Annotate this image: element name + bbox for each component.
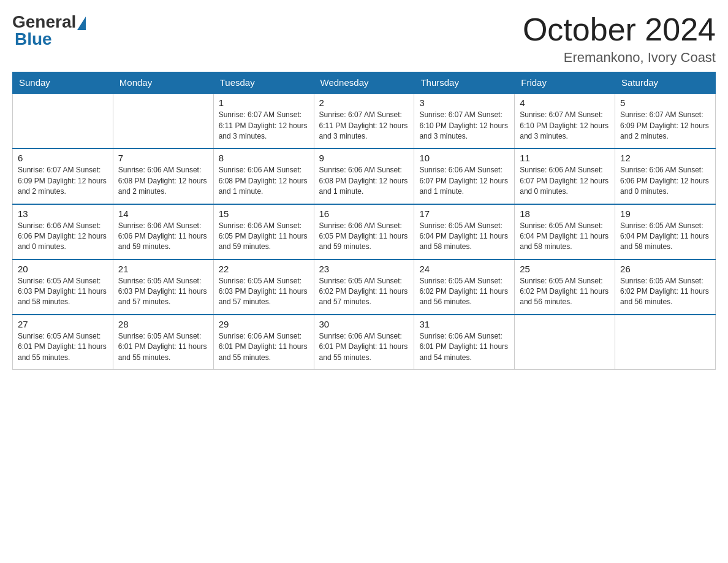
calendar-cell: 25Sunrise: 6:05 AM Sunset: 6:02 PM Dayli… — [515, 259, 615, 315]
calendar-cell: 6Sunrise: 6:07 AM Sunset: 6:09 PM Daylig… — [13, 148, 113, 204]
calendar-cell: 1Sunrise: 6:07 AM Sunset: 6:11 PM Daylig… — [213, 93, 314, 148]
day-number: 1 — [219, 98, 309, 108]
day-number: 4 — [520, 98, 610, 108]
day-number: 13 — [18, 209, 108, 219]
calendar-cell: 12Sunrise: 6:06 AM Sunset: 6:06 PM Dayli… — [615, 148, 716, 204]
calendar-cell: 7Sunrise: 6:06 AM Sunset: 6:08 PM Daylig… — [113, 148, 213, 204]
day-info: Sunrise: 6:07 AM Sunset: 6:11 PM Dayligh… — [319, 110, 409, 142]
day-number: 18 — [520, 209, 610, 219]
calendar-cell: 20Sunrise: 6:05 AM Sunset: 6:03 PM Dayli… — [13, 259, 113, 315]
day-number: 19 — [620, 209, 710, 219]
day-number: 25 — [520, 264, 610, 274]
calendar-cell: 21Sunrise: 6:05 AM Sunset: 6:03 PM Dayli… — [113, 259, 213, 315]
page-header: General Blue October 2024 Eremankono, Iv… — [12, 12, 716, 66]
calendar-cell: 16Sunrise: 6:06 AM Sunset: 6:05 PM Dayli… — [314, 204, 414, 259]
col-sunday: Sunday — [13, 72, 113, 94]
col-saturday: Saturday — [615, 72, 716, 94]
day-number: 11 — [520, 153, 610, 163]
calendar-cell: 4Sunrise: 6:07 AM Sunset: 6:10 PM Daylig… — [515, 93, 615, 148]
day-number: 2 — [319, 98, 409, 108]
day-number: 24 — [419, 264, 509, 274]
calendar-cell: 9Sunrise: 6:06 AM Sunset: 6:08 PM Daylig… — [314, 148, 414, 204]
day-number: 7 — [118, 153, 208, 163]
col-wednesday: Wednesday — [314, 72, 414, 94]
calendar-cell: 11Sunrise: 6:06 AM Sunset: 6:07 PM Dayli… — [515, 148, 615, 204]
day-number: 21 — [118, 264, 208, 274]
calendar-cell: 29Sunrise: 6:06 AM Sunset: 6:01 PM Dayli… — [213, 315, 314, 370]
day-info: Sunrise: 6:06 AM Sunset: 6:06 PM Dayligh… — [118, 221, 208, 253]
logo: General Blue — [12, 12, 86, 49]
day-info: Sunrise: 6:05 AM Sunset: 6:02 PM Dayligh… — [520, 276, 610, 308]
day-number: 27 — [18, 319, 108, 329]
calendar-cell: 14Sunrise: 6:06 AM Sunset: 6:06 PM Dayli… — [113, 204, 213, 259]
day-info: Sunrise: 6:06 AM Sunset: 6:05 PM Dayligh… — [319, 221, 409, 253]
calendar-cell: 19Sunrise: 6:05 AM Sunset: 6:04 PM Dayli… — [615, 204, 716, 259]
day-info: Sunrise: 6:06 AM Sunset: 6:05 PM Dayligh… — [219, 221, 309, 253]
calendar-cell: 18Sunrise: 6:05 AM Sunset: 6:04 PM Dayli… — [515, 204, 615, 259]
calendar-cell: 30Sunrise: 6:06 AM Sunset: 6:01 PM Dayli… — [314, 315, 414, 370]
day-number: 31 — [419, 319, 509, 329]
day-number: 28 — [118, 319, 208, 329]
calendar-cell: 17Sunrise: 6:05 AM Sunset: 6:04 PM Dayli… — [414, 204, 515, 259]
calendar-cell: 28Sunrise: 6:05 AM Sunset: 6:01 PM Dayli… — [113, 315, 213, 370]
day-number: 10 — [419, 153, 509, 163]
calendar-cell: 27Sunrise: 6:05 AM Sunset: 6:01 PM Dayli… — [13, 315, 113, 370]
day-number: 23 — [319, 264, 409, 274]
day-info: Sunrise: 6:05 AM Sunset: 6:03 PM Dayligh… — [219, 276, 309, 308]
day-info: Sunrise: 6:05 AM Sunset: 6:04 PM Dayligh… — [620, 221, 710, 253]
day-info: Sunrise: 6:06 AM Sunset: 6:07 PM Dayligh… — [419, 165, 509, 197]
day-number: 29 — [219, 319, 309, 329]
day-info: Sunrise: 6:06 AM Sunset: 6:07 PM Dayligh… — [520, 165, 610, 197]
calendar-cell: 31Sunrise: 6:06 AM Sunset: 6:01 PM Dayli… — [414, 315, 515, 370]
day-number: 12 — [620, 153, 710, 163]
day-number: 16 — [319, 209, 409, 219]
day-info: Sunrise: 6:06 AM Sunset: 6:08 PM Dayligh… — [118, 165, 208, 197]
day-info: Sunrise: 6:07 AM Sunset: 6:09 PM Dayligh… — [620, 110, 710, 142]
day-info: Sunrise: 6:06 AM Sunset: 6:08 PM Dayligh… — [219, 165, 309, 197]
day-info: Sunrise: 6:05 AM Sunset: 6:02 PM Dayligh… — [620, 276, 710, 308]
calendar-week-row: 27Sunrise: 6:05 AM Sunset: 6:01 PM Dayli… — [13, 315, 716, 370]
day-number: 8 — [219, 153, 309, 163]
day-info: Sunrise: 6:06 AM Sunset: 6:06 PM Dayligh… — [18, 221, 108, 253]
day-number: 5 — [620, 98, 710, 108]
day-info: Sunrise: 6:06 AM Sunset: 6:01 PM Dayligh… — [319, 331, 409, 363]
calendar-cell: 24Sunrise: 6:05 AM Sunset: 6:02 PM Dayli… — [414, 259, 515, 315]
calendar-cell: 26Sunrise: 6:05 AM Sunset: 6:02 PM Dayli… — [615, 259, 716, 315]
day-number: 15 — [219, 209, 309, 219]
title-area: October 2024 Eremankono, Ivory Coast — [523, 12, 716, 66]
day-number: 3 — [419, 98, 509, 108]
calendar-week-row: 1Sunrise: 6:07 AM Sunset: 6:11 PM Daylig… — [13, 93, 716, 148]
logo-blue-text: Blue — [12, 29, 52, 49]
calendar-cell: 22Sunrise: 6:05 AM Sunset: 6:03 PM Dayli… — [213, 259, 314, 315]
col-tuesday: Tuesday — [213, 72, 314, 94]
day-info: Sunrise: 6:06 AM Sunset: 6:01 PM Dayligh… — [419, 331, 509, 363]
calendar-table: Sunday Monday Tuesday Wednesday Thursday… — [12, 72, 716, 370]
day-info: Sunrise: 6:05 AM Sunset: 6:04 PM Dayligh… — [520, 221, 610, 253]
day-info: Sunrise: 6:07 AM Sunset: 6:09 PM Dayligh… — [18, 165, 108, 197]
day-number: 14 — [118, 209, 208, 219]
calendar-week-row: 13Sunrise: 6:06 AM Sunset: 6:06 PM Dayli… — [13, 204, 716, 259]
day-number: 22 — [219, 264, 309, 274]
day-number: 9 — [319, 153, 409, 163]
calendar-cell — [13, 93, 113, 148]
logo-triangle-icon — [77, 17, 86, 30]
calendar-cell: 15Sunrise: 6:06 AM Sunset: 6:05 PM Dayli… — [213, 204, 314, 259]
day-info: Sunrise: 6:05 AM Sunset: 6:02 PM Dayligh… — [419, 276, 509, 308]
day-info: Sunrise: 6:05 AM Sunset: 6:04 PM Dayligh… — [419, 221, 509, 253]
day-number: 20 — [18, 264, 108, 274]
day-info: Sunrise: 6:06 AM Sunset: 6:06 PM Dayligh… — [620, 165, 710, 197]
day-info: Sunrise: 6:07 AM Sunset: 6:10 PM Dayligh… — [520, 110, 610, 142]
day-number: 30 — [319, 319, 409, 329]
day-info: Sunrise: 6:05 AM Sunset: 6:01 PM Dayligh… — [18, 331, 108, 363]
col-monday: Monday — [113, 72, 213, 94]
day-info: Sunrise: 6:06 AM Sunset: 6:08 PM Dayligh… — [319, 165, 409, 197]
calendar-cell: 3Sunrise: 6:07 AM Sunset: 6:10 PM Daylig… — [414, 93, 515, 148]
calendar-cell: 5Sunrise: 6:07 AM Sunset: 6:09 PM Daylig… — [615, 93, 716, 148]
col-friday: Friday — [515, 72, 615, 94]
col-thursday: Thursday — [414, 72, 515, 94]
calendar-cell — [615, 315, 716, 370]
day-info: Sunrise: 6:05 AM Sunset: 6:03 PM Dayligh… — [118, 276, 208, 308]
calendar-cell: 8Sunrise: 6:06 AM Sunset: 6:08 PM Daylig… — [213, 148, 314, 204]
day-number: 17 — [419, 209, 509, 219]
day-info: Sunrise: 6:07 AM Sunset: 6:10 PM Dayligh… — [419, 110, 509, 142]
